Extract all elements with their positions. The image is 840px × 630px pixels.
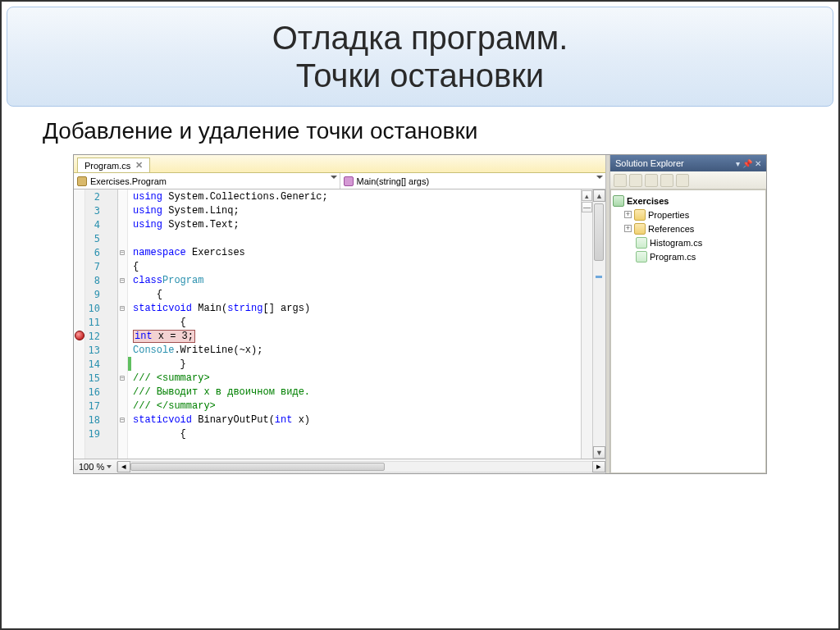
chevron-down-icon: [107, 465, 112, 468]
split-icon[interactable]: —: [582, 202, 592, 212]
line-number: 10: [85, 301, 103, 315]
dropdown-icon[interactable]: ▾: [736, 159, 740, 168]
outline-toggle[interactable]: ⊟: [118, 273, 127, 287]
method-name: Main(string[] args): [357, 176, 430, 186]
outline-toggle[interactable]: ⊟: [118, 301, 127, 315]
gutter: 2345678910111213141516171819: [85, 189, 118, 459]
scroll-down-icon[interactable]: ▼: [593, 446, 605, 459]
line-number: 19: [85, 427, 103, 441]
solution-title-bar: Solution Explorer ▾ 📌 ✕: [610, 155, 766, 171]
code-line[interactable]: namespace Exercises: [128, 245, 581, 259]
zoom-dropdown[interactable]: 100 %: [74, 462, 117, 472]
outline-toggle: [118, 287, 127, 301]
line-number: 3: [85, 203, 103, 217]
chevron-down-icon: [331, 176, 337, 179]
outline-toggle: [118, 189, 127, 203]
project-label: Exercises: [627, 196, 669, 206]
code-line[interactable]: /// <summary>: [128, 371, 581, 385]
outline-toggle: [118, 315, 127, 329]
code-line[interactable]: {: [128, 315, 581, 329]
horizontal-scrollbar[interactable]: ◂ ▸: [117, 461, 605, 472]
code-line[interactable]: class Program: [128, 273, 581, 287]
solution-explorer: Solution Explorer ▾ 📌 ✕ Exercises + Prop…: [610, 155, 766, 473]
pin-icon[interactable]: 📌: [742, 159, 752, 168]
ide-window: Program.cs ✕ Exercises.Program Main(stri…: [73, 154, 767, 474]
code-line[interactable]: /// </summary>: [128, 399, 581, 413]
outline-toggle: [118, 203, 127, 217]
code-line[interactable]: /// Выводит x в двоичном виде.: [128, 385, 581, 399]
toolbar-icon[interactable]: [645, 174, 658, 187]
line-number: 6: [85, 245, 103, 259]
code-line[interactable]: {: [128, 427, 581, 441]
scroll-left-icon[interactable]: ◂: [117, 461, 130, 472]
code-line[interactable]: {: [128, 259, 581, 273]
code-line[interactable]: static void BinaryOutPut(int x): [128, 413, 581, 427]
outline-toggle: [118, 329, 127, 343]
vertical-scrollbar[interactable]: ▲ ▼: [592, 189, 605, 459]
tab-program-cs[interactable]: Program.cs ✕: [77, 158, 150, 172]
toolbar-icon[interactable]: [676, 174, 689, 187]
breakpoint-icon[interactable]: [75, 331, 84, 340]
tree-file-histogram[interactable]: Histogram.cs: [613, 235, 764, 249]
toolbar-icon[interactable]: [629, 174, 642, 187]
hscroll-thumb[interactable]: [130, 463, 385, 471]
line-number: 16: [85, 385, 103, 399]
line-number: 18: [85, 413, 103, 427]
nav-up-icon[interactable]: ▴: [582, 190, 592, 201]
code-side-strip: ▴ —: [581, 189, 592, 459]
outline-toggle: [118, 217, 127, 231]
code-line[interactable]: using System.Text;: [128, 217, 581, 231]
tree-file-program[interactable]: Program.cs: [613, 249, 764, 263]
scroll-thumb[interactable]: [594, 203, 604, 261]
scroll-up-icon[interactable]: ▲: [593, 189, 605, 202]
close-icon[interactable]: ✕: [755, 159, 761, 168]
solution-tree[interactable]: Exercises + Properties + References Hist…: [610, 189, 766, 473]
node-label: Histogram.cs: [650, 238, 702, 248]
title-line1: Отладка программ.: [24, 19, 816, 57]
scroll-right-icon[interactable]: ▸: [592, 461, 605, 472]
expand-icon[interactable]: +: [624, 211, 632, 218]
outline-toggle: [118, 357, 127, 371]
outline-toggle[interactable]: ⊟: [118, 245, 127, 259]
hscroll-track[interactable]: [130, 461, 592, 472]
outline-toggle[interactable]: ⊟: [118, 413, 127, 427]
class-icon: [77, 176, 87, 186]
nav-bar: Exercises.Program Main(string[] args): [74, 173, 605, 189]
csfile-icon: [636, 251, 647, 262]
tree-project[interactable]: Exercises: [613, 194, 764, 208]
line-number: 12: [85, 329, 103, 343]
code-body[interactable]: using System.Collections.Generic;using S…: [128, 189, 581, 459]
toolbar-icon[interactable]: [660, 174, 673, 187]
outline-toggle: [118, 385, 127, 399]
class-dropdown[interactable]: Exercises.Program: [74, 173, 340, 189]
tree-references[interactable]: + References: [613, 221, 764, 235]
code-line[interactable]: {: [128, 287, 581, 301]
breakpoint-margin[interactable]: [74, 189, 85, 459]
chevron-down-icon: [596, 176, 603, 179]
outline-margin[interactable]: ⊟⊟⊟⊟⊟: [118, 189, 128, 459]
folder-icon: [634, 223, 646, 235]
code-line[interactable]: using System.Linq;: [128, 203, 581, 217]
close-icon[interactable]: ✕: [135, 160, 143, 171]
outline-toggle[interactable]: ⊟: [118, 371, 127, 385]
tree-properties[interactable]: + Properties: [613, 208, 764, 221]
code-line[interactable]: Console.WriteLine(~x);: [128, 343, 581, 357]
line-number: 4: [85, 217, 103, 231]
code-line[interactable]: int x = 3;: [128, 329, 581, 343]
node-label: Properties: [648, 210, 689, 220]
line-number: 5: [85, 231, 103, 245]
title-line2: Точки остановки: [24, 57, 816, 94]
expand-icon[interactable]: +: [624, 225, 632, 232]
method-dropdown[interactable]: Main(string[] args): [340, 173, 606, 189]
scroll-track[interactable]: [593, 202, 605, 446]
code-line[interactable]: [128, 231, 581, 245]
node-label: Program.cs: [650, 252, 696, 262]
code-line[interactable]: static void Main(string[] args): [128, 301, 581, 315]
solution-toolbar: [610, 171, 766, 189]
editor-pane: Program.cs ✕ Exercises.Program Main(stri…: [74, 155, 605, 473]
code-line[interactable]: }: [128, 357, 581, 371]
line-number: 7: [85, 259, 103, 273]
code-line[interactable]: using System.Collections.Generic;: [128, 189, 581, 203]
toolbar-icon[interactable]: [614, 174, 627, 187]
zoom-value: 100 %: [79, 462, 104, 472]
